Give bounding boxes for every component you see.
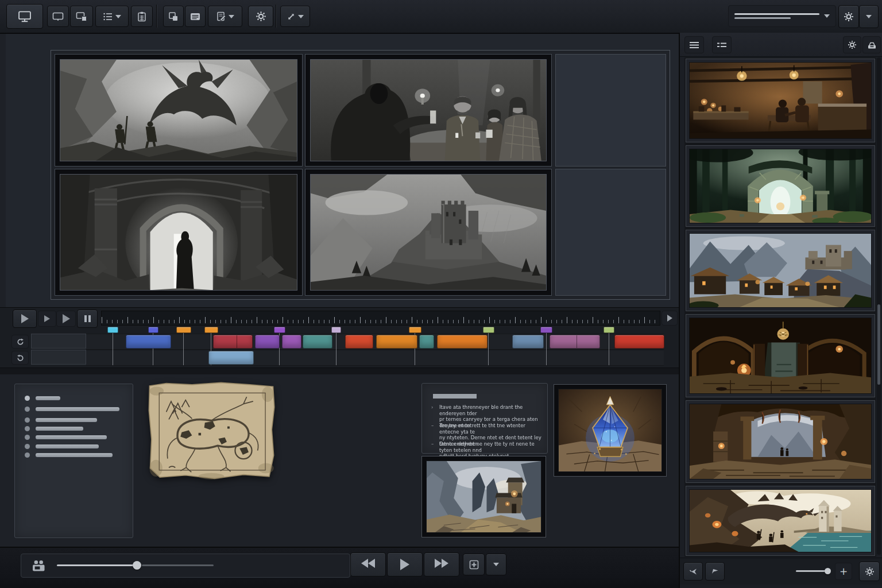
timeline-clip[interactable] [126,335,171,349]
storyboard-panel-tavern-meeting[interactable] [305,54,552,167]
track-1-loop-button[interactable] [11,335,29,349]
play-small-button-1[interactable] [38,311,56,327]
storyboard-panel-castle-mountain[interactable] [305,169,552,296]
timeline-track-2[interactable] [86,350,664,366]
more-options-button[interactable] [859,5,879,28]
treasure-map-image[interactable] [147,381,276,482]
notes-panel[interactable]: ›Itave ata threnneyer ble drant the ende… [421,383,548,454]
timeline-marker[interactable] [274,327,285,333]
timeline-clip[interactable] [419,335,434,349]
thumbnail-forest-arch[interactable] [686,145,875,227]
sidebar-zoom-handle[interactable] [825,568,831,574]
sidebar-listview-button[interactable] [712,36,732,53]
add-frame-icon [469,560,479,570]
edit-doc-button[interactable] [208,6,242,27]
track-1-header[interactable] [31,334,86,349]
timeline-marker[interactable] [107,327,118,333]
play-button[interactable] [13,310,37,328]
pause-button[interactable] [77,310,98,328]
timeline-clip[interactable] [213,335,253,349]
timeline-marker[interactable] [176,327,191,333]
scroll-right-button[interactable] [662,311,678,326]
timeline-clip[interactable] [512,335,544,349]
settings-button[interactable] [248,6,273,27]
ruin-corridor-art [60,175,297,290]
thumbnail-dragon-harbor[interactable] [686,486,875,556]
thumbnail-cave-ruin[interactable] [686,400,875,483]
monitor-main-button[interactable] [6,4,43,29]
list-item-bullet [25,396,30,401]
timeline-marker[interactable] [604,327,614,333]
scrub-track-empty[interactable] [142,564,214,566]
flag-icon [711,568,719,575]
add-frame-button[interactable] [463,554,485,575]
timeline-clip[interactable] [303,335,332,349]
list-item[interactable] [36,396,60,400]
scrub-handle[interactable] [133,561,141,570]
timeline-clip[interactable] [550,335,600,349]
settings-right-button[interactable] [838,5,859,28]
timeline-marker[interactable] [204,327,218,333]
timeline-marker[interactable] [409,327,421,333]
sidebar-export-button[interactable] [862,36,881,53]
history-arrow-icon [16,354,25,362]
monitor-alt-button[interactable] [47,6,69,27]
chevron-down-icon [493,563,499,566]
rewind-button[interactable] [350,552,386,577]
list-item[interactable] [36,427,83,431]
sidebar-add-button[interactable]: + [835,563,852,580]
track-2-header[interactable] [31,350,86,365]
timeline-clip[interactable] [345,335,373,349]
timeline-clip[interactable] [282,335,301,349]
timeline-marker[interactable] [483,327,494,333]
clipboard-button[interactable] [131,6,153,27]
timeline-clip[interactable] [255,335,280,349]
empty-storyboard-slot[interactable] [555,169,666,296]
list-item[interactable] [36,444,99,448]
timeline-marker[interactable] [540,327,552,333]
still-crystal-chest[interactable] [554,384,667,477]
list-item[interactable] [36,435,107,439]
resize-button[interactable] [280,6,310,27]
notes-title-bar [433,394,477,399]
sidebar-settings-button[interactable] [843,36,861,53]
timeline-clip[interactable] [208,351,254,365]
sidebar-settings-footer-button[interactable] [859,562,880,581]
list-menu-button[interactable] [95,6,129,27]
device-layout-button[interactable] [70,6,93,27]
storyboard-panel-dragon-canyon[interactable] [55,54,303,167]
track-2-history-button[interactable] [11,351,29,365]
outline-list-panel[interactable] [14,384,133,538]
list-item[interactable] [36,453,113,457]
timeline-clip[interactable] [614,335,664,349]
thumbnail-tavern-interior[interactable] [686,59,875,142]
archive-icon [867,41,877,49]
still-mining-canyon[interactable] [421,456,546,537]
fast-forward-button[interactable] [424,552,459,577]
timeline-clip[interactable] [437,335,488,349]
sidebar-back-button[interactable] [683,562,703,581]
frame-options-button[interactable] [486,554,506,575]
thumbnail-dungeon-hall[interactable] [686,314,875,397]
timeline-marker[interactable] [331,327,341,333]
timeline-clip[interactable] [376,335,417,349]
card-notes-button[interactable] [185,6,206,27]
storyboard-panel-ruin-corridor[interactable] [55,169,303,296]
play-small-button-2[interactable] [56,311,76,327]
empty-storyboard-slot[interactable] [555,54,666,167]
timeline-marker[interactable] [148,327,158,333]
scrub-track-filled[interactable] [57,564,134,566]
sidebar-menu-button[interactable] [684,36,704,53]
sidebar-footer: + [680,558,882,585]
timeline-ruler[interactable] [101,311,660,326]
duplicate-button[interactable] [163,6,184,27]
sidebar-flag-button[interactable] [705,562,725,581]
play-icon [21,314,29,323]
play-main-button[interactable] [387,552,423,577]
sidebar-scrollbar[interactable] [877,57,881,555]
list-item[interactable] [36,407,119,411]
layer-select-dropdown[interactable] [728,5,836,27]
list-item[interactable] [36,418,97,422]
thumbnail-mountain-village[interactable] [686,230,875,311]
scrollbar-thumb[interactable] [877,304,880,385]
